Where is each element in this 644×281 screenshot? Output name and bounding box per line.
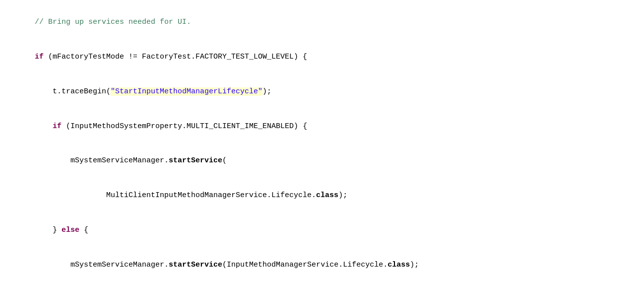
- plain-text: MultiClientInputMethodManagerService.Lif…: [35, 191, 347, 200]
- plain-text: mSystemServiceManager.startService(: [35, 156, 227, 165]
- code-line-8: mSystemServiceManager.startService(Input…: [8, 247, 636, 281]
- string-startinputmethod: "StartInputMethodManagerLifecycle": [111, 87, 262, 96]
- plain-text: (InputMethodSystemProperty.MULTI_CLIENT_…: [62, 122, 307, 131]
- plain-text: mSystemServiceManager.startService(Input…: [35, 261, 419, 269]
- code-line-3: t.traceBegin("StartInputMethodManagerLif…: [8, 74, 636, 109]
- comment-text: // Bring up services needed for UI.: [35, 18, 191, 26]
- keyword-else: else: [62, 226, 79, 234]
- code-line-7: } else {: [8, 213, 636, 248]
- code-line-2: if (mFactoryTestMode != FactoryTest.FACT…: [8, 40, 636, 74]
- keyword-if: if: [35, 53, 44, 61]
- code-line-6: MultiClientInputMethodManagerService.Lif…: [8, 178, 636, 213]
- code-block: // Bring up services needed for UI. if (…: [8, 5, 636, 281]
- code-container: // Bring up services needed for UI. if (…: [0, 0, 644, 281]
- code-line-5: mSystemServiceManager.startService(: [8, 143, 636, 178]
- keyword-if2: if: [53, 122, 62, 131]
- plain-text: }: [35, 226, 62, 234]
- plain-text: t.traceBegin(: [35, 87, 111, 96]
- code-line-1: // Bring up services needed for UI.: [8, 5, 636, 40]
- plain-text: (mFactoryTestMode != FactoryTest.FACTORY…: [44, 53, 307, 61]
- code-line-4: if (InputMethodSystemProperty.MULTI_CLIE…: [8, 109, 636, 143]
- plain-text: );: [262, 87, 271, 96]
- plain-text: [35, 122, 53, 131]
- plain-text: {: [79, 226, 88, 234]
